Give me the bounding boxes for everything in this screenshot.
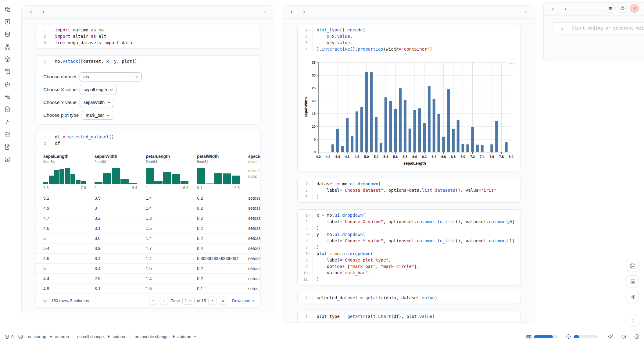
choose-plot-type-select[interactable]: mark_bar: [82, 111, 113, 120]
code-line[interactable]: 1dataset = mo.ui.dropdown(: [299, 181, 517, 187]
download-button[interactable]: Download: [232, 298, 255, 303]
search-icon[interactable]: [43, 298, 48, 303]
cell-ui-controls: 1mo.vstack([dataset, x, y, plot]) Choose…: [36, 55, 260, 124]
snippets-icon[interactable]: [4, 130, 11, 138]
code-line[interactable]: 9 options=["mark_bar", "mark_circle"],: [299, 263, 517, 270]
column-right-icon[interactable]: [561, 5, 569, 13]
table-cell: 4.6: [43, 226, 94, 231]
dropdown-row: Choose Y valuesepalWidth: [43, 98, 253, 107]
layout-panels-icon[interactable]: [627, 275, 639, 287]
row-count-summary: 150 rows, 5 columns: [51, 298, 89, 303]
code-line[interactable]: 2 label="Choose dataset", options=data.l…: [299, 187, 517, 194]
help-icon[interactable]: [4, 155, 11, 163]
svg-text:4.0: 4.0: [316, 155, 320, 159]
code-line[interactable]: 6): [299, 244, 517, 251]
menu-icon[interactable]: [606, 4, 615, 13]
code-line[interactable]: 2df: [37, 140, 257, 147]
chat-bot-icon[interactable]: [4, 80, 11, 88]
column-left-icon[interactable]: [549, 5, 557, 13]
code-line[interactable]: 5 label="Choose Y value", options=df.col…: [299, 238, 517, 244]
code-line[interactable]: 1plot_type = getattr(alt.Chart(df), plot…: [299, 313, 517, 320]
code-line[interactable]: 2 x=x.value,: [299, 33, 517, 40]
code-editor[interactable]: 1x = mo.ui.dropdown(2 label="Choose X va…: [298, 210, 521, 285]
database-icon[interactable]: [4, 30, 11, 38]
code-line[interactable]: 3): [299, 194, 517, 200]
column-right-icon[interactable]: [39, 8, 47, 16]
code-editor[interactable]: 1selected_dataset = getattr(data, datase…: [298, 292, 521, 304]
function-square-icon[interactable]: [4, 18, 11, 25]
connection-check-icon[interactable]: [634, 334, 640, 340]
column-header-petalLength[interactable]: petalLengthfloat6416.9: [145, 149, 196, 193]
code-line[interactable]: 4y = mo.ui.dropdown(: [299, 231, 517, 238]
table-row: 4.63.11.50.2setosa: [36, 223, 260, 233]
code-line[interactable]: 1selected_dataset = getattr(data, datase…: [299, 295, 517, 301]
activity-icon[interactable]: [4, 118, 11, 125]
stop-kernel-icon[interactable]: [626, 314, 639, 327]
package-icon[interactable]: [4, 55, 11, 63]
notebook-pen-icon[interactable]: [4, 143, 11, 150]
column-header-petalWidth[interactable]: petalWidthfloat640.12.5: [196, 149, 248, 193]
terminal-icon[interactable]: [18, 334, 23, 339]
first-page-button[interactable]: [149, 297, 157, 305]
save-icon[interactable]: [627, 260, 639, 272]
code-line[interactable]: 1Start coding or generate with AI: [554, 25, 644, 31]
ai-sparkles-icon[interactable]: [608, 334, 614, 340]
vega-actions-icon[interactable]: [506, 58, 517, 69]
settings-gear-icon[interactable]: [618, 4, 627, 13]
command-palette-icon[interactable]: [627, 291, 639, 303]
on-startup-setting[interactable]: on startup: autorun: [28, 334, 69, 339]
code-line[interactable]: 3): [299, 225, 517, 231]
code-line[interactable]: 7plot = mo.ui.dropdown(: [299, 251, 517, 257]
code-line[interactable]: 4).interactive().properties(width="conta…: [299, 46, 517, 52]
code-editor[interactable]: 1Start coding or generate with AI: [553, 23, 644, 34]
on-module-change-setting[interactable]: on module change: autorun: [135, 334, 197, 339]
code-line[interactable]: 1df = selected_dataset(): [37, 134, 257, 140]
code-editor[interactable]: 1df = selected_dataset()2df: [36, 131, 260, 149]
choose-dataset-select[interactable]: iris: [80, 72, 142, 81]
code-line[interactable]: 8 label="Choose plot type",: [299, 257, 517, 263]
table-cell: 4.9: [43, 286, 94, 291]
code-line[interactable]: 1x = mo.ui.dropdown(: [299, 212, 517, 219]
documentation-icon[interactable]: [4, 105, 11, 113]
notebook-actions: [626, 260, 639, 342]
code-line[interactable]: 3 y=y.value,: [299, 40, 517, 46]
add-cell-icon[interactable]: [261, 8, 269, 16]
choose-x-value-select[interactable]: sepalLength: [80, 85, 116, 94]
column-header-species[interactable]: speciesobjectunique:nulls:: [248, 149, 260, 193]
column-header-sepalWidth[interactable]: sepalWidthfloat6424.4: [94, 149, 145, 193]
code-line[interactable]: 2 label="Choose X value", options=df.col…: [299, 219, 517, 225]
column-left-icon[interactable]: [27, 8, 35, 16]
page-select[interactable]: 1: [182, 297, 195, 305]
code-line[interactable]: 2import altair as alt: [37, 33, 257, 40]
code-line[interactable]: 1import marimo as mo: [37, 27, 257, 33]
prev-page-button[interactable]: [160, 297, 168, 305]
code-line[interactable]: 3from vega_datasets import data: [37, 40, 257, 46]
close-icon[interactable]: [630, 4, 639, 13]
table-header-row: sepalLengthfloat644.37.9sepalWidthfloat6…: [36, 149, 260, 193]
choose-y-value-select[interactable]: sepalWidth: [80, 98, 114, 107]
code-line[interactable]: 1mo.vstack([dataset, x, y, plot]): [37, 58, 257, 65]
code-line[interactable]: 1plot_type().encode(: [299, 27, 517, 33]
code-editor[interactable]: 1dataset = mo.ui.dropdown(2 label="Choos…: [298, 178, 521, 202]
code-editor[interactable]: 1plot_type = getattr(alt.Chart(df), plot…: [298, 311, 521, 322]
code-editor[interactable]: 1import marimo as mo2import altair as al…: [36, 24, 260, 48]
file-tree-icon[interactable]: [4, 5, 11, 13]
last-page-button[interactable]: [219, 297, 227, 305]
code-line[interactable]: 11): [299, 276, 517, 283]
code-editor[interactable]: 1mo.vstack([dataset, x, y, plot]): [36, 56, 260, 67]
copilot-icon[interactable]: [621, 334, 627, 340]
errors-indicator[interactable]: 0: [4, 334, 14, 339]
column-header-sepalLength[interactable]: sepalLengthfloat644.37.9: [43, 149, 94, 193]
dependency-graph-icon[interactable]: [4, 43, 11, 50]
bar-chart[interactable]: 4.04.24.44.64.85.05.25.45.65.86.06.26.46…: [301, 59, 517, 169]
add-cell-icon[interactable]: [522, 8, 530, 16]
script-scroll-icon[interactable]: [4, 68, 11, 75]
code-line[interactable]: 10 value="mark_bar",: [299, 270, 517, 276]
next-page-button[interactable]: [208, 297, 216, 305]
on-cell-change-setting[interactable]: on cell change: autorun: [77, 334, 127, 339]
column-left-icon[interactable]: [288, 8, 295, 16]
table-cell: 3.1: [94, 226, 145, 231]
column-right-icon[interactable]: [300, 8, 308, 16]
list-search-icon[interactable]: [4, 93, 11, 100]
code-editor[interactable]: 1plot_type().encode(2 x=x.value,3 y=y.va…: [298, 24, 521, 55]
